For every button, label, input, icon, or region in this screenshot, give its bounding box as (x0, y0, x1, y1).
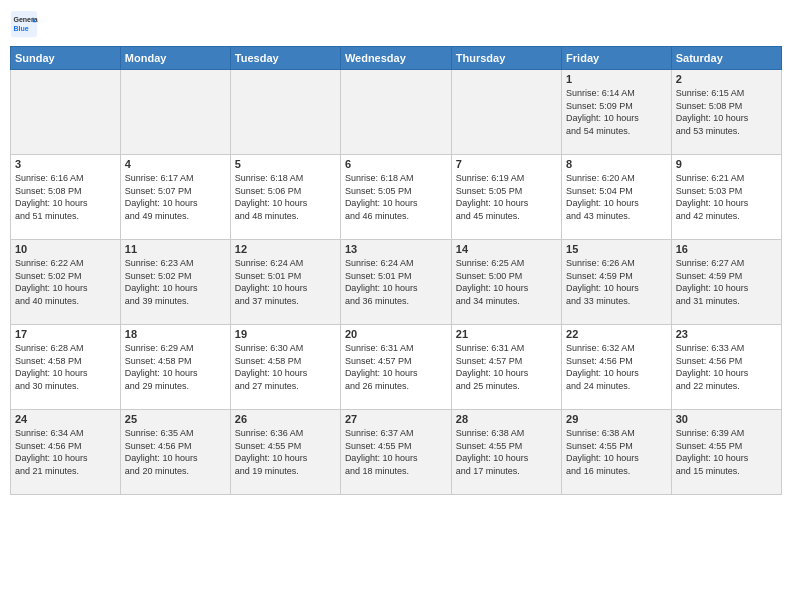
day-number: 26 (235, 413, 336, 425)
calendar-week-5: 24Sunrise: 6:34 AM Sunset: 4:56 PM Dayli… (11, 410, 782, 495)
day-number: 25 (125, 413, 226, 425)
day-info: Sunrise: 6:29 AM Sunset: 4:58 PM Dayligh… (125, 342, 226, 392)
day-number: 7 (456, 158, 557, 170)
day-info: Sunrise: 6:33 AM Sunset: 4:56 PM Dayligh… (676, 342, 777, 392)
calendar-cell: 25Sunrise: 6:35 AM Sunset: 4:56 PM Dayli… (120, 410, 230, 495)
day-number: 6 (345, 158, 447, 170)
day-info: Sunrise: 6:30 AM Sunset: 4:58 PM Dayligh… (235, 342, 336, 392)
calendar-cell: 20Sunrise: 6:31 AM Sunset: 4:57 PM Dayli… (340, 325, 451, 410)
day-number: 12 (235, 243, 336, 255)
calendar-cell: 21Sunrise: 6:31 AM Sunset: 4:57 PM Dayli… (451, 325, 561, 410)
calendar-cell: 16Sunrise: 6:27 AM Sunset: 4:59 PM Dayli… (671, 240, 781, 325)
day-info: Sunrise: 6:36 AM Sunset: 4:55 PM Dayligh… (235, 427, 336, 477)
day-info: Sunrise: 6:35 AM Sunset: 4:56 PM Dayligh… (125, 427, 226, 477)
day-number: 5 (235, 158, 336, 170)
calendar-cell: 3Sunrise: 6:16 AM Sunset: 5:08 PM Daylig… (11, 155, 121, 240)
day-number: 17 (15, 328, 116, 340)
day-number: 13 (345, 243, 447, 255)
calendar-cell: 1Sunrise: 6:14 AM Sunset: 5:09 PM Daylig… (562, 70, 672, 155)
calendar-cell: 11Sunrise: 6:23 AM Sunset: 5:02 PM Dayli… (120, 240, 230, 325)
day-info: Sunrise: 6:14 AM Sunset: 5:09 PM Dayligh… (566, 87, 667, 137)
calendar-cell (340, 70, 451, 155)
day-info: Sunrise: 6:23 AM Sunset: 5:02 PM Dayligh… (125, 257, 226, 307)
weekday-row: SundayMondayTuesdayWednesdayThursdayFrid… (11, 47, 782, 70)
day-info: Sunrise: 6:31 AM Sunset: 4:57 PM Dayligh… (456, 342, 557, 392)
day-info: Sunrise: 6:32 AM Sunset: 4:56 PM Dayligh… (566, 342, 667, 392)
calendar-cell: 13Sunrise: 6:24 AM Sunset: 5:01 PM Dayli… (340, 240, 451, 325)
day-info: Sunrise: 6:34 AM Sunset: 4:56 PM Dayligh… (15, 427, 116, 477)
day-number: 16 (676, 243, 777, 255)
logo-icon: General Blue (10, 10, 38, 38)
calendar-body: 1Sunrise: 6:14 AM Sunset: 5:09 PM Daylig… (11, 70, 782, 495)
weekday-header-tuesday: Tuesday (230, 47, 340, 70)
calendar-cell: 15Sunrise: 6:26 AM Sunset: 4:59 PM Dayli… (562, 240, 672, 325)
calendar-cell: 17Sunrise: 6:28 AM Sunset: 4:58 PM Dayli… (11, 325, 121, 410)
day-number: 4 (125, 158, 226, 170)
day-info: Sunrise: 6:18 AM Sunset: 5:05 PM Dayligh… (345, 172, 447, 222)
calendar-cell: 5Sunrise: 6:18 AM Sunset: 5:06 PM Daylig… (230, 155, 340, 240)
day-info: Sunrise: 6:37 AM Sunset: 4:55 PM Dayligh… (345, 427, 447, 477)
day-info: Sunrise: 6:20 AM Sunset: 5:04 PM Dayligh… (566, 172, 667, 222)
weekday-header-friday: Friday (562, 47, 672, 70)
calendar-cell (120, 70, 230, 155)
day-info: Sunrise: 6:39 AM Sunset: 4:55 PM Dayligh… (676, 427, 777, 477)
weekday-header-saturday: Saturday (671, 47, 781, 70)
calendar-cell: 22Sunrise: 6:32 AM Sunset: 4:56 PM Dayli… (562, 325, 672, 410)
day-info: Sunrise: 6:22 AM Sunset: 5:02 PM Dayligh… (15, 257, 116, 307)
day-info: Sunrise: 6:25 AM Sunset: 5:00 PM Dayligh… (456, 257, 557, 307)
calendar-cell: 18Sunrise: 6:29 AM Sunset: 4:58 PM Dayli… (120, 325, 230, 410)
day-number: 15 (566, 243, 667, 255)
day-info: Sunrise: 6:28 AM Sunset: 4:58 PM Dayligh… (15, 342, 116, 392)
calendar-cell: 27Sunrise: 6:37 AM Sunset: 4:55 PM Dayli… (340, 410, 451, 495)
day-number: 20 (345, 328, 447, 340)
calendar-cell: 8Sunrise: 6:20 AM Sunset: 5:04 PM Daylig… (562, 155, 672, 240)
calendar-cell: 9Sunrise: 6:21 AM Sunset: 5:03 PM Daylig… (671, 155, 781, 240)
day-number: 24 (15, 413, 116, 425)
calendar-cell: 14Sunrise: 6:25 AM Sunset: 5:00 PM Dayli… (451, 240, 561, 325)
calendar-cell: 12Sunrise: 6:24 AM Sunset: 5:01 PM Dayli… (230, 240, 340, 325)
calendar-week-2: 3Sunrise: 6:16 AM Sunset: 5:08 PM Daylig… (11, 155, 782, 240)
day-number: 28 (456, 413, 557, 425)
day-number: 11 (125, 243, 226, 255)
day-info: Sunrise: 6:18 AM Sunset: 5:06 PM Dayligh… (235, 172, 336, 222)
day-number: 9 (676, 158, 777, 170)
calendar-cell: 19Sunrise: 6:30 AM Sunset: 4:58 PM Dayli… (230, 325, 340, 410)
day-info: Sunrise: 6:16 AM Sunset: 5:08 PM Dayligh… (15, 172, 116, 222)
calendar-cell: 28Sunrise: 6:38 AM Sunset: 4:55 PM Dayli… (451, 410, 561, 495)
calendar-cell: 23Sunrise: 6:33 AM Sunset: 4:56 PM Dayli… (671, 325, 781, 410)
weekday-header-sunday: Sunday (11, 47, 121, 70)
day-number: 27 (345, 413, 447, 425)
calendar-week-4: 17Sunrise: 6:28 AM Sunset: 4:58 PM Dayli… (11, 325, 782, 410)
day-info: Sunrise: 6:38 AM Sunset: 4:55 PM Dayligh… (456, 427, 557, 477)
day-number: 14 (456, 243, 557, 255)
weekday-header-monday: Monday (120, 47, 230, 70)
day-info: Sunrise: 6:31 AM Sunset: 4:57 PM Dayligh… (345, 342, 447, 392)
day-number: 2 (676, 73, 777, 85)
logo: General Blue (10, 10, 42, 38)
day-info: Sunrise: 6:17 AM Sunset: 5:07 PM Dayligh… (125, 172, 226, 222)
calendar-week-1: 1Sunrise: 6:14 AM Sunset: 5:09 PM Daylig… (11, 70, 782, 155)
day-info: Sunrise: 6:15 AM Sunset: 5:08 PM Dayligh… (676, 87, 777, 137)
weekday-header-wednesday: Wednesday (340, 47, 451, 70)
calendar-cell: 4Sunrise: 6:17 AM Sunset: 5:07 PM Daylig… (120, 155, 230, 240)
svg-rect-0 (11, 11, 37, 37)
day-number: 10 (15, 243, 116, 255)
calendar-cell: 26Sunrise: 6:36 AM Sunset: 4:55 PM Dayli… (230, 410, 340, 495)
day-info: Sunrise: 6:27 AM Sunset: 4:59 PM Dayligh… (676, 257, 777, 307)
header: General Blue (10, 10, 782, 38)
svg-text:Blue: Blue (14, 25, 29, 32)
calendar-cell (11, 70, 121, 155)
day-number: 3 (15, 158, 116, 170)
day-number: 1 (566, 73, 667, 85)
day-info: Sunrise: 6:38 AM Sunset: 4:55 PM Dayligh… (566, 427, 667, 477)
day-number: 23 (676, 328, 777, 340)
calendar-cell: 29Sunrise: 6:38 AM Sunset: 4:55 PM Dayli… (562, 410, 672, 495)
day-info: Sunrise: 6:19 AM Sunset: 5:05 PM Dayligh… (456, 172, 557, 222)
calendar-cell: 6Sunrise: 6:18 AM Sunset: 5:05 PM Daylig… (340, 155, 451, 240)
weekday-header-thursday: Thursday (451, 47, 561, 70)
day-info: Sunrise: 6:21 AM Sunset: 5:03 PM Dayligh… (676, 172, 777, 222)
calendar-cell: 30Sunrise: 6:39 AM Sunset: 4:55 PM Dayli… (671, 410, 781, 495)
day-number: 29 (566, 413, 667, 425)
calendar-header: SundayMondayTuesdayWednesdayThursdayFrid… (11, 47, 782, 70)
day-number: 18 (125, 328, 226, 340)
